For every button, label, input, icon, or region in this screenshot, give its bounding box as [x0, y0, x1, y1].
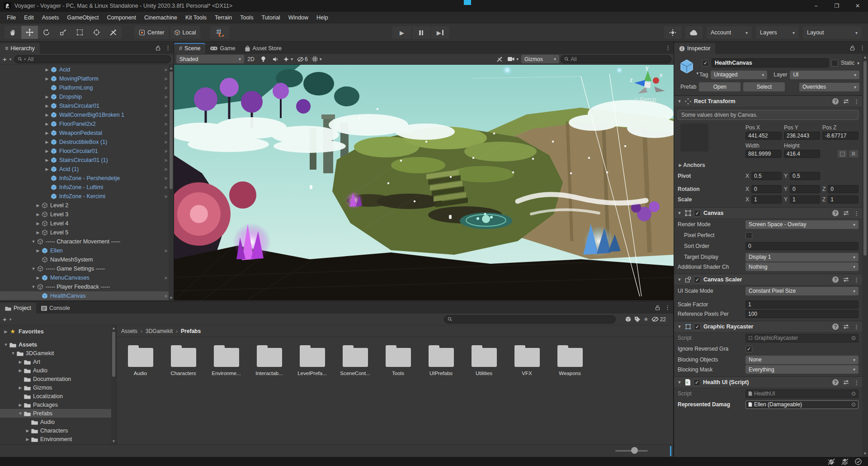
prefab-open-arrow[interactable]: > [165, 248, 167, 253]
project-tree-item[interactable]: ▶ ★ Characters [0, 426, 116, 435]
rect-tool-button[interactable] [71, 26, 88, 39]
shading-mode-dropdown[interactable]: Shaded▾ [176, 55, 244, 63]
expander-icon[interactable]: ▼ [30, 266, 37, 271]
hierarchy-item[interactable]: ▶ Dropship > [0, 92, 174, 101]
minimize-button[interactable]: – [806, 0, 826, 12]
debugger-disabled-icon[interactable] [828, 458, 835, 465]
target-display-dropdown[interactable]: Display 1▾ [745, 253, 859, 262]
anchor-preset-button[interactable] [680, 124, 708, 152]
hierarchy-item[interactable]: ▶ Ellen > [0, 246, 174, 255]
expander-icon[interactable]: ▶ [24, 428, 31, 433]
inspector-scrollbar[interactable]: ▲ ▼ [862, 54, 868, 457]
menu-item[interactable]: Window [284, 12, 312, 24]
health-ui-header[interactable]: ▼ # ✓ Health UI (Script) ?⋮ [674, 376, 862, 388]
lock-icon[interactable] [655, 305, 660, 310]
script-field[interactable]: HealthUI ⊙ [745, 390, 859, 398]
search-filter-caret-icon[interactable]: ▾ [24, 57, 26, 61]
help-icon[interactable]: ? [832, 379, 839, 385]
expander-icon[interactable]: ▼ [10, 351, 16, 356]
menu-item[interactable]: GameObject [63, 12, 103, 24]
tab-game[interactable]: Game [205, 43, 240, 54]
project-search-input[interactable] [454, 316, 612, 323]
tab-scene[interactable]: # Scene [174, 43, 205, 54]
hierarchy-item[interactable]: InfoZone - Pershendetje > [0, 174, 174, 183]
hierarchy-item[interactable]: ▶ Level 2 > [0, 201, 174, 210]
prefab-open-arrow[interactable]: > [165, 76, 167, 81]
asset-folder[interactable]: Interactab... [252, 344, 287, 376]
hierarchy-item[interactable]: ▶ Acid (1) > [0, 165, 174, 174]
prefab-open-arrow[interactable]: > [165, 103, 167, 109]
activity-icon[interactable] [664, 26, 681, 39]
canvas-scaler-header[interactable]: ▼ ✓ Canvas Scaler ?⋮ [674, 274, 862, 285]
menu-item[interactable]: Component [103, 12, 140, 24]
hierarchy-item[interactable]: ▶ FloorCircular01 > [0, 147, 174, 156]
hierarchy-item[interactable]: ▶ Level 3 > [0, 210, 174, 219]
help-icon[interactable]: ? [832, 276, 839, 283]
custom-tool-button[interactable] [105, 26, 122, 39]
kebab-icon[interactable]: ⋮ [854, 276, 859, 283]
hierarchy-item[interactable]: PlatformLong > [0, 83, 174, 92]
kebab-icon[interactable]: ⋮ [854, 323, 859, 330]
rect-transform-header[interactable]: ▼ Rect Transform ? ⋮ [674, 95, 862, 107]
expander-icon[interactable]: ▶ [17, 360, 24, 364]
kebab-icon[interactable]: ⋮ [665, 304, 670, 311]
hierarchy-item[interactable]: ▶ WallCornerBig01Broken 1 > [0, 110, 174, 119]
expander-icon[interactable]: ▶ [34, 203, 42, 208]
menu-item[interactable]: Kit Tools [181, 12, 211, 24]
scale-tool-button[interactable] [55, 26, 71, 39]
shader-channels-dropdown[interactable]: Nothing▾ [745, 262, 859, 271]
transform-tool-button[interactable] [88, 26, 105, 39]
presets-icon[interactable] [843, 277, 849, 282]
kebab-icon[interactable]: ⋮ [665, 44, 671, 51]
presets-icon[interactable] [843, 324, 849, 329]
static-caret-icon[interactable]: ▾ [857, 61, 859, 66]
create-button[interactable]: + [3, 55, 7, 63]
lock-icon[interactable] [850, 45, 855, 51]
scene-visibility-button[interactable]: 6 [296, 55, 309, 63]
canvas-header[interactable]: ▼ ✓ Canvas ?⋮ [674, 207, 862, 219]
tag-dropdown[interactable]: Untagged▾ [711, 71, 767, 79]
2d-toggle-button[interactable]: 2D [245, 55, 256, 63]
hierarchy-scrollbar[interactable]: ▲ ▼ [169, 65, 174, 301]
thumbnail-zoom-handle[interactable] [631, 447, 638, 454]
tab-inspector[interactable]: Inspector [674, 43, 715, 54]
width-field[interactable]: 881.9999 [745, 150, 782, 158]
scene-search[interactable] [561, 55, 671, 63]
project-tree-item[interactable]: ▶ ★ Art [0, 357, 116, 366]
hierarchy-item[interactable]: InfoZone - Luftimi > [0, 183, 174, 192]
status-check-icon[interactable] [855, 458, 862, 465]
prefab-open-arrow[interactable]: > [165, 148, 167, 154]
pos-y-field[interactable]: 236.2443 [784, 132, 820, 140]
blueprint-mode-button[interactable] [837, 150, 847, 158]
move-tool-button[interactable] [21, 26, 38, 39]
presets-icon[interactable] [843, 210, 849, 216]
create-button[interactable]: + [3, 315, 7, 323]
foldout-icon[interactable]: ▼ [677, 99, 682, 104]
prefab-open-arrow[interactable]: > [165, 166, 167, 172]
gizmos-dropdown[interactable]: Gizmos▾ [521, 55, 559, 63]
presets-icon[interactable] [843, 380, 849, 385]
pivot-y-field[interactable]: 0.5 [790, 172, 820, 180]
project-tree-scrollbar[interactable]: ▲ ▼ [111, 325, 116, 444]
menu-item[interactable]: Assets [38, 12, 63, 24]
menu-item[interactable]: Tools [236, 12, 257, 24]
sort-order-field[interactable]: 0 [745, 242, 859, 250]
hidden-count-badge[interactable]: 22 [651, 316, 666, 323]
expander-icon[interactable]: ▼ [30, 239, 37, 244]
prefab-open-arrow[interactable]: > [165, 112, 167, 118]
expander-icon[interactable]: ▶ [43, 76, 51, 81]
package-import-icon[interactable] [625, 316, 632, 323]
pixel-perfect-checkbox[interactable] [745, 232, 752, 239]
scale-z-field[interactable]: 1 [828, 195, 859, 204]
blocking-mask-dropdown[interactable]: Everything▾ [745, 365, 859, 374]
pause-button[interactable] [411, 26, 430, 39]
prefab-open-arrow[interactable]: > [165, 85, 167, 90]
expander-icon[interactable]: ▶ [17, 368, 24, 373]
kebab-icon[interactable]: ⋮ [165, 44, 171, 51]
expander-icon[interactable]: ▼ [3, 342, 9, 347]
rotation-mode-button[interactable]: Local [169, 26, 201, 39]
camera-settings-dropdown[interactable]: ▾ [506, 55, 520, 63]
ignore-reversed-checkbox[interactable]: ✓ [745, 346, 752, 352]
hierarchy-item[interactable]: ▶ FloorPanel2x2 > [0, 119, 174, 128]
menu-item[interactable]: Terrain [211, 12, 236, 24]
